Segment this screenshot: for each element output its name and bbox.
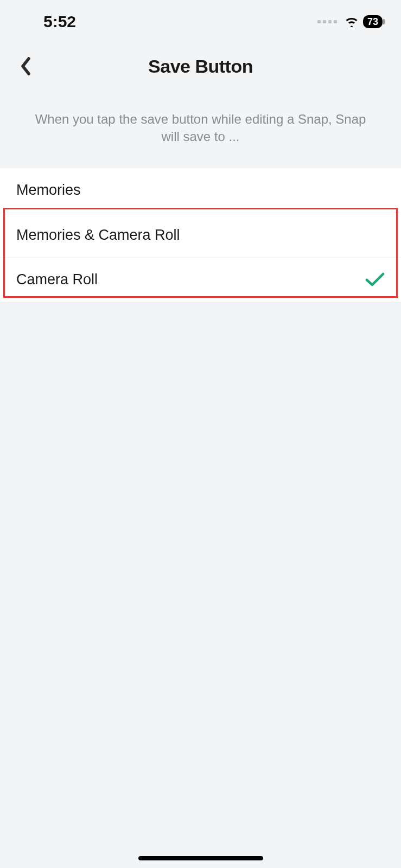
option-label: Memories xyxy=(16,182,81,199)
option-memories[interactable]: Memories xyxy=(0,168,401,213)
status-dots xyxy=(317,20,337,23)
checkmark-icon xyxy=(365,272,385,287)
option-memories-and-camera-roll[interactable]: Memories & Camera Roll xyxy=(0,213,401,257)
battery-level: 73 xyxy=(363,15,383,28)
status-bar: 5:52 73 xyxy=(0,0,401,39)
section-description: When you tap the save button while editi… xyxy=(0,93,401,168)
back-button[interactable] xyxy=(15,55,37,77)
status-time: 5:52 xyxy=(43,12,76,31)
page-title: Save Button xyxy=(148,56,253,77)
status-right: 73 xyxy=(317,15,385,28)
options-list: Memories Memories & Camera Roll Camera R… xyxy=(0,168,401,302)
option-camera-roll[interactable]: Camera Roll xyxy=(0,257,401,302)
home-indicator[interactable] xyxy=(138,856,263,860)
battery-indicator: 73 xyxy=(363,15,385,28)
option-label: Memories & Camera Roll xyxy=(16,227,180,244)
wifi-icon xyxy=(345,16,359,27)
option-label: Camera Roll xyxy=(16,271,98,288)
nav-header: Save Button xyxy=(0,39,401,93)
chevron-left-icon xyxy=(21,57,31,75)
